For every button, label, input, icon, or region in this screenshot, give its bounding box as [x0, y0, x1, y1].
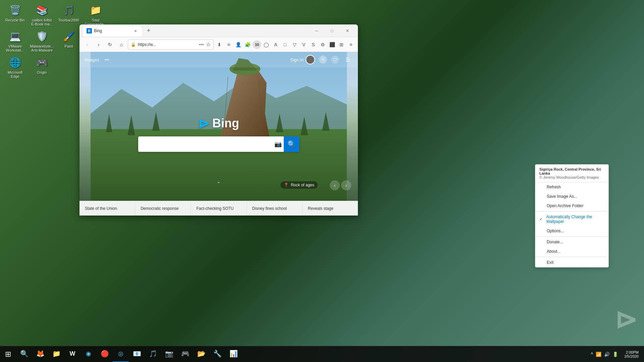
- favorites-icon[interactable]: ☆: [206, 41, 211, 48]
- context-separator-1: [535, 211, 608, 212]
- taskbar-system-tray: ^ 📶 🔊 🔋: [588, 351, 622, 358]
- new-tab-button[interactable]: +: [144, 26, 153, 36]
- context-auto-wallpaper[interactable]: ✓ Automatically Change the Wallpaper: [535, 212, 608, 226]
- taskbar-explorer2[interactable]: 📂: [193, 346, 209, 362]
- context-donate[interactable]: Donate...: [535, 237, 608, 247]
- taskbar: ⊞ 🔍 🦊 📁 W ◉ 🔴 ◎ 📧 🎵 📷 🎮 📂 🔧 📊 ^ 📶 🔊 🔋 2:…: [0, 346, 644, 362]
- bing-content: Images ••• Sign in S 🛡 ☰ ⊳ Bing 📷: [79, 52, 358, 216]
- bing-sign-in-area: Sign in S 🛡 ☰: [290, 55, 353, 64]
- next-image-button[interactable]: ›: [341, 180, 351, 190]
- forward-button[interactable]: ›: [94, 40, 104, 50]
- maximize-button[interactable]: □: [324, 24, 340, 37]
- icon-toorbar[interactable]: 🎵 Toorbar2000: [57, 3, 80, 26]
- search-box[interactable]: 📷 🔍: [138, 136, 299, 152]
- battery-icon[interactable]: 🔋: [612, 351, 619, 358]
- news-item-4[interactable]: Disney fines school: [247, 201, 303, 216]
- nav-images[interactable]: Images: [85, 57, 99, 62]
- toolbar-icon-11[interactable]: ⚙: [318, 40, 327, 49]
- toolbar-icon-12[interactable]: ⬛: [328, 40, 336, 49]
- menu-button[interactable]: ≡: [346, 40, 355, 49]
- browser-window: B Bing ✕ + ─ □ ✕ ‹ › ↻ ⌂ 🔒 https://w... …: [79, 24, 358, 216]
- prev-image-button[interactable]: ‹: [330, 180, 340, 190]
- scroll-down-chevron[interactable]: ˇ: [218, 181, 220, 189]
- context-save-image[interactable]: Save Image As...: [535, 192, 608, 201]
- taskbar-apps: 🔍 🦊 📁 W ◉ 🔴 ◎ 📧 🎵 📷 🎮 📂 🔧 📊: [16, 346, 588, 362]
- tab-close-button[interactable]: ✕: [133, 28, 138, 34]
- news-item-1[interactable]: State of the Union: [79, 201, 135, 216]
- window-controls: ─ □ ✕: [309, 24, 355, 37]
- taskbar-app-12[interactable]: 🔧: [209, 346, 225, 362]
- taskbar-edge[interactable]: ◎: [113, 346, 129, 362]
- profile-icon[interactable]: 👤: [234, 40, 243, 49]
- toolbar-icon-13[interactable]: ⊞: [337, 40, 346, 49]
- context-menu: Sigiriya Rock, Central Province, Sri Lan…: [535, 164, 609, 267]
- bing-nav-links: Images •••: [85, 57, 109, 62]
- close-button[interactable]: ✕: [340, 24, 355, 37]
- taskbar-app-blue[interactable]: ◉: [80, 346, 97, 362]
- context-about[interactable]: About...: [535, 247, 608, 256]
- network-icon[interactable]: 📶: [595, 351, 602, 358]
- context-exit[interactable]: Exit: [535, 258, 608, 267]
- taskbar-firefox[interactable]: 🦊: [32, 346, 48, 362]
- camera-search-button[interactable]: 📷: [272, 138, 284, 150]
- title-bar: B Bing ✕ + ─ □ ✕: [79, 24, 358, 37]
- context-menu-header: Sigiriya Rock, Central Province, Sri Lan…: [535, 165, 608, 182]
- toolbar-icon-6[interactable]: A: [271, 40, 280, 49]
- icon-origin[interactable]: 🎮 Origin: [30, 56, 54, 78]
- taskbar-clock[interactable]: 2:00PM 2/5/2020: [622, 350, 641, 358]
- sign-in-button[interactable]: Sign in: [290, 55, 315, 64]
- news-item-3[interactable]: Fact-checking SOTU: [191, 201, 247, 216]
- taskbar-mail[interactable]: 📧: [129, 346, 145, 362]
- start-button[interactable]: ⊞: [0, 346, 16, 362]
- bing-menu-button[interactable]: ☰: [343, 55, 353, 64]
- taskbar-word[interactable]: W: [64, 346, 80, 362]
- news-item-5[interactable]: Reveals stage: [303, 201, 358, 216]
- location-badge: 📍 Rock of ages: [280, 181, 318, 189]
- show-hidden-button[interactable]: ^: [590, 351, 594, 358]
- navigation-bar: ‹ › ↻ ⌂ 🔒 https://w... ••• ☆ ⬇ ≡ 👤 🧩 10 …: [79, 37, 358, 52]
- taskbar-search[interactable]: 🔍: [16, 346, 32, 362]
- toolbar-icon-10[interactable]: S: [309, 40, 318, 49]
- download-icon[interactable]: ⬇: [215, 40, 224, 49]
- toolbar-icon-5[interactable]: ◯: [262, 40, 271, 49]
- extensions-icon[interactable]: 🧩: [243, 40, 252, 49]
- taskbar-camera[interactable]: 📷: [161, 346, 177, 362]
- icon-malwarebytes[interactable]: 🛡️ Malwarebyte... Anti-Malware: [30, 29, 54, 52]
- home-button[interactable]: ⌂: [116, 40, 126, 50]
- minimize-button[interactable]: ─: [309, 24, 324, 37]
- icon-vmware[interactable]: 💻 VMware Workstati...: [3, 29, 27, 52]
- collections-icon[interactable]: ≡: [224, 40, 233, 49]
- tab-title: Bing: [94, 28, 102, 33]
- volume-icon[interactable]: 🔊: [603, 351, 610, 358]
- taskbar-app-red[interactable]: 🔴: [97, 346, 113, 362]
- toolbar-icon-8[interactable]: ▽: [290, 40, 299, 49]
- toolbar-icon-9[interactable]: V: [300, 40, 308, 49]
- location-text: Rock of ages: [291, 183, 314, 187]
- icon-ms-edge[interactable]: 🌐 Microsoft Edge: [3, 56, 27, 78]
- icon-recycle-bin[interactable]: 🗑️ Recycle Bin: [3, 3, 27, 26]
- context-separator-2: [535, 236, 608, 237]
- context-menu-title: Sigiriya Rock, Central Province, Sri Lan…: [539, 167, 604, 175]
- news-item-2[interactable]: Democratic response: [135, 201, 191, 216]
- back-button[interactable]: ‹: [82, 40, 92, 50]
- icon-paint[interactable]: 🖌️ Paint: [57, 29, 80, 52]
- browser-tab[interactable]: B Bing ✕: [82, 25, 143, 37]
- address-bar[interactable]: 🔒 https://w... ••• ☆: [128, 40, 214, 50]
- icon-total-commander[interactable]: 📁 Total Commande...: [84, 3, 107, 26]
- context-open-archive[interactable]: Open Archive Folder: [535, 201, 608, 210]
- icon-calibre[interactable]: 📚 calibre 64bit E-Book ma...: [30, 3, 54, 26]
- ad-block-icon[interactable]: 10: [253, 40, 261, 49]
- taskbar-music[interactable]: 🎵: [145, 346, 161, 362]
- search-input[interactable]: [141, 136, 272, 152]
- refresh-button[interactable]: ↻: [105, 40, 115, 50]
- taskbar-file-explorer[interactable]: 📁: [48, 346, 64, 362]
- context-refresh[interactable]: Refresh: [535, 182, 608, 192]
- search-button[interactable]: 🔍: [284, 136, 299, 152]
- toolbar-icons: ⬇ ≡ 👤 🧩 10 ◯ A □ ▽ V S ⚙ ⬛ ⊞ ≡: [215, 40, 355, 49]
- taskbar-steam[interactable]: 🎮: [177, 346, 193, 362]
- toolbar-icon-7[interactable]: □: [281, 40, 289, 49]
- context-options[interactable]: Options...: [535, 226, 608, 236]
- show-desktop-button[interactable]: [641, 346, 644, 362]
- nav-more[interactable]: •••: [105, 57, 109, 62]
- taskbar-app-13[interactable]: 📊: [225, 346, 241, 362]
